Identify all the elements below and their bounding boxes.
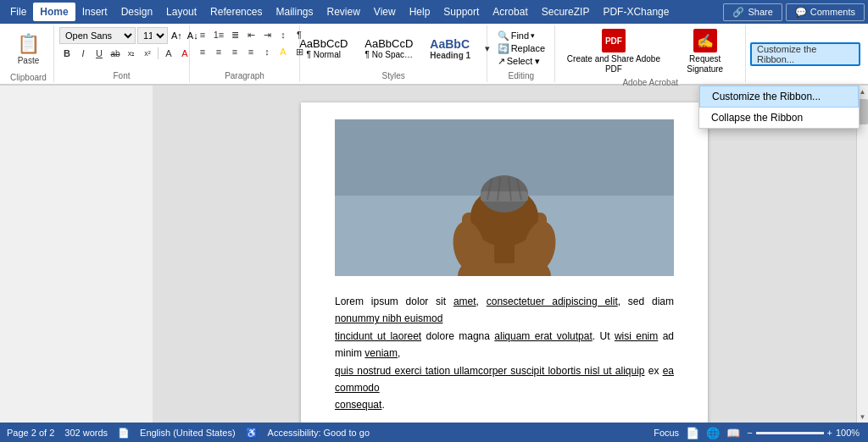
font-content: Open Sans 11 A↑ A↓ B I U ab x₂ x² A: [59, 27, 184, 69]
collapse-ribbon-menu-item[interactable]: Collapse the Ribbon: [699, 108, 859, 128]
create-share-label: Create and Share Adobe PDF: [565, 54, 661, 75]
bold-button[interactable]: B: [59, 46, 75, 61]
request-sig-icon: ✍: [693, 29, 717, 52]
menu-securezip[interactable]: SecureZIP: [535, 3, 597, 21]
menu-references[interactable]: References: [203, 3, 269, 21]
editing-label: Editing: [509, 69, 535, 80]
share-button[interactable]: 🔗 Share: [723, 3, 782, 21]
styles-gallery: AaBbCcD ¶ Normal AaBbCcD ¶ No Spac… AaBb…: [292, 34, 495, 64]
paste-label: Paste: [18, 56, 40, 65]
word-count: 302 words: [64, 428, 108, 438]
adobe-label: Adobe Acrobat: [622, 76, 678, 87]
zoom-bar: − + 100%: [747, 428, 861, 438]
menu-bar: File Home Insert Design Layout Reference…: [0, 0, 868, 24]
numbering-button[interactable]: 1≡: [211, 27, 226, 42]
align-left-button[interactable]: ≡: [195, 44, 210, 59]
create-share-pdf-button[interactable]: PDF Create and Share Adobe PDF: [560, 27, 666, 76]
text-highlight-button[interactable]: A: [161, 46, 176, 61]
acrobat-group: Customize the Ribbon...: [746, 25, 865, 82]
page-info: Page 2 of 2: [7, 428, 54, 438]
italic-button[interactable]: I: [75, 46, 91, 61]
ribbon: 📋 Paste Clipboard Open Sans 11 A↑ A↓: [0, 24, 868, 86]
menu-home[interactable]: Home: [33, 3, 75, 21]
editing-group: 🔍 Find ▾ 🔄 Replace ↗ Select ▾ Editing: [487, 25, 555, 82]
text-commodo: commodo: [335, 382, 380, 394]
superscript-button[interactable]: x²: [140, 46, 155, 61]
zoom-in-button[interactable]: +: [827, 428, 832, 438]
select-label[interactable]: Select ▾: [507, 56, 541, 67]
bullets-button[interactable]: ≡: [195, 27, 210, 42]
doc-content[interactable]: Lorem ipsum dolor sit amet, consectetuer…: [153, 86, 856, 423]
clipboard-group: 📋 Paste Clipboard: [3, 25, 54, 82]
customize-ribbon-button[interactable]: Customize the Ribbon...: [750, 42, 860, 66]
ribbon-toolbar: 📋 Paste Clipboard Open Sans 11 A↑ A↓: [0, 24, 868, 85]
font-size-select[interactable]: 11: [137, 27, 168, 44]
view-read-icon[interactable]: 📖: [726, 427, 740, 439]
zoom-level: 100%: [836, 428, 861, 438]
view-print-icon[interactable]: 📄: [686, 427, 699, 439]
justify-button[interactable]: ≡: [243, 44, 259, 59]
comments-button[interactable]: 💬 Comments: [786, 3, 865, 21]
menu-support[interactable]: Support: [437, 3, 486, 21]
find-row: 🔍 Find ▾: [498, 30, 545, 41]
find-dropdown-icon[interactable]: ▾: [531, 31, 535, 40]
zoom-out-button[interactable]: −: [747, 428, 752, 438]
menu-view[interactable]: View: [367, 3, 403, 21]
text-wisi: wisi enim: [615, 330, 658, 342]
align-center-button[interactable]: ≡: [211, 44, 226, 59]
line-spacing-button[interactable]: ↕: [259, 44, 275, 59]
text-aliquam: aliquam erat volutpat: [494, 330, 592, 342]
find-label[interactable]: Find: [511, 30, 529, 41]
increase-indent-button[interactable]: ⇥: [259, 27, 275, 42]
paste-button[interactable]: 📋 Paste: [12, 27, 45, 71]
underline-button[interactable]: U: [92, 46, 107, 61]
decrease-indent-button[interactable]: ⇤: [243, 27, 259, 42]
view-web-icon[interactable]: 🌐: [706, 427, 720, 439]
menu-layout[interactable]: Layout: [159, 3, 203, 21]
request-signature-button[interactable]: ✍ Request Signature: [670, 27, 740, 76]
clipboard-content: 📋 Paste: [12, 27, 45, 71]
menu-mailings[interactable]: Mailings: [269, 3, 320, 21]
comments-icon: 💬: [795, 7, 807, 18]
menu-insert[interactable]: Insert: [75, 3, 114, 21]
menu-pdfxchange[interactable]: PDF-XChange: [596, 3, 676, 21]
text-amet-underline: amet: [453, 296, 476, 307]
status-bar: Page 2 of 2 302 words 📄 English (United …: [0, 423, 868, 442]
replace-row: 🔄 Replace: [498, 43, 545, 54]
replace-label[interactable]: Replace: [511, 43, 545, 53]
doc-image-svg: [335, 119, 674, 276]
comments-label: Comments: [810, 7, 855, 17]
scrollbar-right[interactable]: ▲ ▼: [856, 86, 868, 423]
paragraph-label: Paragraph: [225, 69, 264, 80]
menu-file[interactable]: File: [3, 3, 33, 21]
sort-button[interactable]: ↕: [275, 27, 291, 42]
font-group: Open Sans 11 A↑ A↓ B I U ab x₂ x² A: [54, 25, 190, 82]
shading-button[interactable]: A: [275, 44, 291, 59]
doc-page: Lorem ipsum dolor sit amet, consectetuer…: [301, 102, 708, 423]
adobe-pdf-icon: PDF: [602, 29, 626, 52]
multilevel-list-button[interactable]: ≣: [227, 27, 242, 42]
scroll-down-button[interactable]: ▼: [857, 411, 869, 423]
subscript-button[interactable]: x₂: [124, 46, 139, 61]
menu-acrobat[interactable]: Acrobat: [486, 3, 534, 21]
editing-btns: 🔍 Find ▾ 🔄 Replace ↗ Select ▾: [498, 30, 545, 67]
doc-body-text: Lorem ipsum dolor sit amet, consectetuer…: [335, 293, 674, 423]
focus-label[interactable]: Focus: [654, 428, 679, 438]
adobe-group: PDF Create and Share Adobe PDF ✍ Request…: [555, 25, 746, 82]
zoom-slider[interactable]: [756, 432, 824, 434]
menu-review[interactable]: Review: [320, 3, 366, 21]
align-right-button[interactable]: ≡: [227, 44, 242, 59]
menu-design[interactable]: Design: [114, 3, 159, 21]
adobe-content: PDF Create and Share Adobe PDF ✍ Request…: [560, 27, 740, 76]
menu-help[interactable]: Help: [403, 3, 437, 21]
font-family-select[interactable]: Open Sans: [59, 27, 136, 44]
font-grow-icon[interactable]: A↑: [170, 30, 184, 41]
style-heading1[interactable]: AaBbC Heading 1: [422, 34, 478, 64]
text-quis: quis nostrud exerci tation ullamcorper s…: [335, 365, 645, 377]
style-normal[interactable]: AaBbCcD ¶ Normal: [292, 34, 355, 63]
strikethrough-button[interactable]: ab: [108, 46, 123, 61]
customize-ribbon-menu-item[interactable]: Customize the Ribbon...: [699, 86, 859, 108]
text-veniam: veniam: [364, 347, 398, 359]
select-row: ↗ Select ▾: [498, 56, 545, 67]
style-nospace[interactable]: AaBbCcD ¶ No Spac…: [357, 34, 420, 63]
